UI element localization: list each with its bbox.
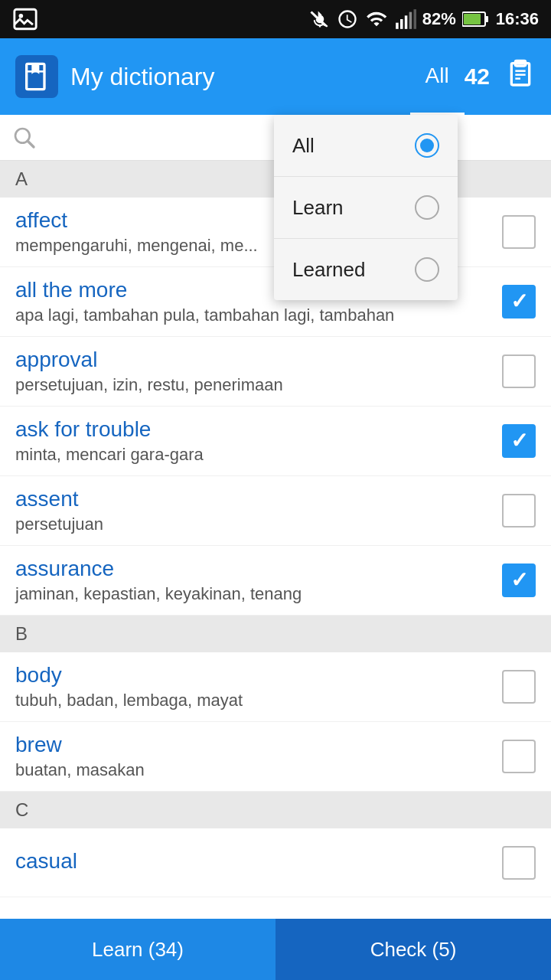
word-checkbox[interactable]	[502, 354, 536, 388]
time: 16:36	[496, 9, 539, 29]
dropdown-caret	[375, 115, 396, 127]
svg-rect-2	[396, 23, 399, 29]
dictionary-icon	[15, 55, 58, 98]
clipboard-icon	[505, 58, 536, 89]
svg-point-1	[19, 14, 24, 18]
filter-tab-all[interactable]: All	[410, 38, 465, 115]
svg-rect-9	[464, 14, 481, 24]
section-header-c: C	[0, 792, 551, 828]
radio-all[interactable]	[415, 133, 439, 158]
word-translation: buatan, masakan	[15, 760, 502, 780]
word-count: 42	[465, 64, 490, 90]
wifi-icon	[364, 8, 389, 30]
word-title: ask for trouble	[15, 417, 502, 442]
dropdown-label-learn: Learn	[292, 196, 344, 220]
word-content: ask for trouble minta, mencari gara-gara	[15, 417, 502, 465]
search-icon	[12, 126, 37, 150]
section-header-b: B	[0, 616, 551, 652]
checkmark-icon: ✓	[510, 291, 528, 312]
word-item-casual[interactable]: casual	[0, 828, 551, 897]
clipboard-button[interactable]	[505, 58, 536, 95]
word-content: assent persetujuan	[15, 487, 502, 534]
word-content: approval persetujuan, izin, restu, pener…	[15, 348, 502, 395]
status-bar-left	[12, 6, 302, 32]
word-checkbox[interactable]	[502, 215, 536, 249]
radio-learn[interactable]	[415, 195, 439, 220]
checkmark-icon: ✓	[510, 430, 528, 452]
app-bar: My dictionary All 42	[0, 38, 551, 115]
word-translation: persetujuan, izin, restu, penerimaan	[15, 375, 502, 395]
svg-rect-6	[413, 9, 416, 29]
word-translation: apa lagi, tambahan pula, tambahan lagi, …	[15, 305, 502, 325]
word-item-body[interactable]: body tubuh, badan, lembaga, mayat	[0, 652, 551, 722]
image-icon	[12, 6, 38, 32]
word-item-assurance[interactable]: assurance jaminan, kepastian, keyakinan,…	[0, 546, 551, 616]
word-checkbox[interactable]: ✓	[502, 564, 536, 597]
svg-rect-3	[400, 19, 403, 29]
word-checkbox[interactable]: ✓	[502, 424, 536, 458]
word-item-approval[interactable]: approval persetujuan, izin, restu, pener…	[0, 337, 551, 407]
word-translation: minta, mencari gara-gara	[15, 445, 502, 465]
word-title: approval	[15, 348, 502, 372]
radio-inner-all	[420, 139, 434, 152]
dropdown-item-all[interactable]: All	[274, 115, 458, 177]
word-title: casual	[15, 849, 502, 874]
word-content: casual	[15, 849, 502, 877]
learn-button-label: Learn (34)	[92, 938, 184, 962]
svg-rect-8	[485, 16, 488, 22]
radio-learned[interactable]	[415, 257, 439, 282]
filter-tab-container: All	[410, 38, 465, 115]
check-button[interactable]: Check (5)	[276, 919, 551, 980]
dropdown-item-learn[interactable]: Learn	[274, 177, 458, 239]
svg-rect-4	[405, 15, 408, 29]
dropdown-item-learned[interactable]: Learned	[274, 239, 458, 300]
section-letter-a: A	[15, 168, 28, 190]
word-checkbox[interactable]	[502, 846, 536, 880]
word-checkbox[interactable]	[502, 670, 536, 704]
filter-dropdown[interactable]: All Learn Learned	[274, 115, 458, 300]
word-title: body	[15, 663, 502, 688]
app-title: My dictionary	[70, 63, 410, 91]
word-item-brew[interactable]: brew buatan, masakan	[0, 722, 551, 792]
signal-icon	[395, 8, 416, 30]
word-checkbox[interactable]	[502, 494, 536, 528]
word-item-assent[interactable]: assent persetujuan	[0, 476, 551, 546]
svg-rect-0	[15, 9, 36, 29]
dropdown-label-learned: Learned	[292, 258, 365, 282]
battery-percent: 82%	[422, 9, 456, 29]
section-letter-c: C	[15, 799, 28, 821]
word-checkbox[interactable]	[502, 740, 536, 773]
checkmark-icon: ✓	[510, 570, 528, 591]
word-content: brew buatan, masakan	[15, 733, 502, 780]
status-bar: 82% 16:36	[0, 0, 551, 38]
word-title: assent	[15, 487, 502, 511]
word-translation: jaminan, kepastian, keyakinan, tenang	[15, 584, 502, 604]
word-content: body tubuh, badan, lembaga, mayat	[15, 663, 502, 710]
bookmark-book-icon	[21, 61, 52, 92]
word-title: assurance	[15, 557, 502, 581]
bottom-bar: Learn (34) Check (5)	[0, 919, 551, 980]
word-translation: persetujuan	[15, 514, 502, 534]
mute-icon	[309, 8, 331, 30]
section-letter-b: B	[15, 623, 28, 645]
word-translation: tubuh, badan, lembaga, mayat	[15, 691, 502, 710]
alarm-icon	[337, 8, 358, 30]
learn-button[interactable]: Learn (34)	[0, 919, 276, 980]
word-content: assurance jaminan, kepastian, keyakinan,…	[15, 557, 502, 604]
check-button-label: Check (5)	[370, 938, 457, 962]
status-icons: 82% 16:36	[309, 8, 539, 30]
svg-rect-5	[409, 12, 412, 29]
svg-line-18	[28, 141, 34, 147]
word-title: brew	[15, 733, 502, 757]
dropdown-label-all: All	[292, 134, 315, 158]
word-checkbox[interactable]: ✓	[502, 285, 536, 318]
word-item-ask-for-trouble[interactable]: ask for trouble minta, mencari gara-gara…	[0, 407, 551, 476]
battery-icon	[462, 11, 490, 28]
filter-tab-label: All	[425, 64, 449, 88]
